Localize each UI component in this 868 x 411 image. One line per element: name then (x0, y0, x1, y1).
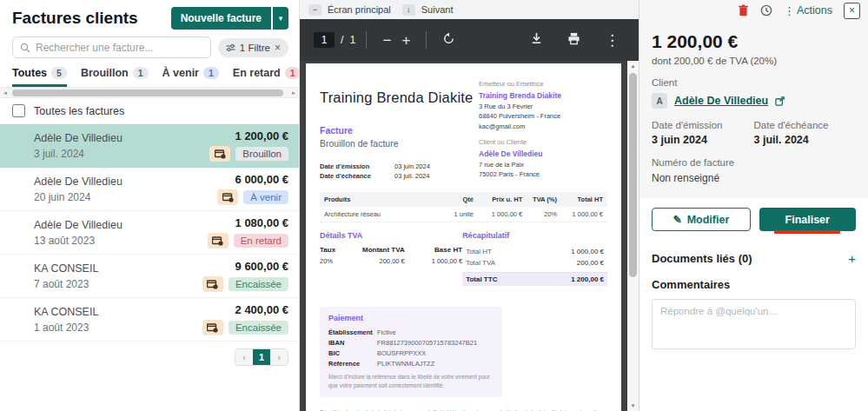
invoice-amount: 6 000,00 € (235, 173, 288, 186)
search-box[interactable] (12, 36, 211, 58)
doc-products-table: Produits Qté Prix u. HT TVA (%) Total HT… (320, 192, 607, 222)
tab-count-badge: 1 (133, 67, 149, 79)
invoice-amount: 2 400,00 € (235, 303, 288, 316)
pdf-preview-panel: − Écran principal ↓ Suivant / 1 − + ⋮ (300, 0, 639, 411)
pdf-vertical-scrollbar[interactable]: ▴ ▾ (627, 61, 639, 411)
doc-company-title: Training Brenda Diakite (320, 89, 473, 106)
invoice-number-label: Numéro de facture (652, 157, 856, 168)
invoice-date: 20 juin 2024 (34, 191, 123, 203)
client-link[interactable]: Adèle De Villedieu (674, 95, 768, 107)
minus-key-chip: − (308, 4, 321, 16)
doc-issue-label: Date d'émission (320, 162, 372, 170)
scroll-left-icon[interactable]: ◂ (0, 88, 10, 98)
invoice-date: 3 juil. 2024 (34, 148, 123, 160)
pagination-prev-button[interactable]: ‹ (235, 349, 253, 365)
invoice-list-item[interactable]: KA CONSEIL 1 août 2023 2 400,00 € Encais… (0, 298, 299, 341)
comment-input[interactable] (652, 299, 856, 349)
scroll-down-icon[interactable]: ▾ (627, 401, 639, 411)
payment-title: Paiement (328, 314, 494, 322)
doc-footer: Pénalités de retard : trois fois le taux… (320, 408, 607, 411)
page-number-input[interactable] (314, 32, 335, 48)
doc-emitter-address2: 68840 Pulversheim - France (479, 111, 607, 121)
scroll-right-icon[interactable]: ▸ (288, 88, 299, 98)
invoice-list-item[interactable]: Adèle De Villedieu 3 juil. 2024 1 200,00… (0, 124, 299, 168)
page-title: Factures clients (12, 9, 138, 28)
invoice-document-page: Training Brenda Diakite Facture Brouillo… (306, 63, 621, 411)
invoice-date: 1 août 2023 (34, 322, 98, 334)
invoice-list-item[interactable]: Adèle De Villedieu 20 juin 2024 6 000,00… (0, 168, 299, 211)
invoice-total-amount: 1 200,00 € (652, 31, 856, 52)
tab-label: À venir (162, 67, 199, 79)
external-link-icon[interactable] (775, 96, 785, 106)
close-icon[interactable]: × (844, 3, 860, 19)
zoom-in-button[interactable]: + (396, 31, 415, 50)
doc-product-row: Architecture réseau 1 unité 1 000,00 € 2… (320, 207, 607, 222)
scrollbar-track[interactable] (10, 89, 288, 97)
scrollbar-track[interactable] (627, 71, 639, 401)
tab-en-retard[interactable]: En retard 1 (233, 67, 301, 87)
invoice-list-item[interactable]: KA CONSEIL 7 août 2023 9 600,00 € Encais… (0, 255, 299, 298)
invoice-list-item[interactable]: Adèle De Villedieu 13 août 2023 1 080,00… (0, 211, 299, 255)
tab-brouillon[interactable]: Brouillon 1 (81, 67, 149, 87)
zoom-out-button[interactable]: − (377, 31, 396, 50)
download-icon[interactable] (525, 30, 548, 50)
print-icon[interactable] (562, 30, 586, 50)
issue-date-label: Date d'émission (652, 120, 754, 130)
add-document-icon[interactable]: + (848, 251, 856, 266)
search-input[interactable] (36, 42, 203, 54)
more-options-icon[interactable]: ⋮ (600, 31, 625, 50)
new-invoice-button[interactable]: Nouvelle facture (171, 7, 271, 30)
hint-next: Suivant (421, 4, 454, 15)
status-badge: Encaissée (229, 321, 288, 335)
actions-button[interactable]: ⋮ Actions (784, 4, 832, 17)
app: Factures clients Nouvelle facture ▾ 1 Fi… (0, 0, 868, 411)
chevron-down-icon: ▾ (279, 14, 283, 23)
doc-vat-details: Détails TVA Taux20% Montant TVA200,00 € … (320, 231, 462, 286)
tab-count-badge: 1 (203, 67, 219, 79)
scrollbar-thumb[interactable] (629, 73, 637, 277)
pagination: ‹ 1 › (0, 341, 299, 373)
doc-type-heading: Facture (320, 125, 473, 136)
invoice-doc-icon (202, 276, 223, 292)
doc-client-address1: 7 rue de la Paix (479, 160, 607, 169)
history-clock-icon[interactable] (760, 4, 772, 17)
invoice-date: 7 août 2023 (34, 278, 98, 290)
status-tabs: Toutes 5 Brouillon 1 À venir 1 En retard… (0, 63, 299, 88)
doc-issue-value: 03 juin 2024 (394, 162, 430, 170)
vat-details-title: Détails TVA (320, 231, 462, 240)
linked-documents-section: Documents liés (0) + (639, 241, 868, 269)
doc-client-address2: 75002 Paris - France (479, 169, 607, 179)
doc-emitter-label: Emetteur ou Emettrice (479, 79, 607, 89)
pagination-next-button[interactable]: › (270, 349, 288, 365)
tab-toutes[interactable]: Toutes 5 (12, 67, 67, 87)
doc-due-label: Date d'échéance (320, 172, 372, 180)
finalize-button[interactable]: Finaliser (759, 208, 857, 231)
filter-chip[interactable]: 1 Filtre × (218, 38, 288, 57)
list-header: Factures clients Nouvelle facture ▾ (0, 0, 299, 35)
keyboard-hint-bar: − Écran principal ↓ Suivant (300, 0, 639, 19)
invoice-amount: 9 600,00 € (235, 260, 288, 273)
doc-summary: Récapitulatif Total HT1 000,00 € Total T… (462, 231, 607, 286)
due-date-value: 3 juil. 2024 (754, 134, 857, 146)
new-invoice-dropdown-button[interactable]: ▾ (273, 7, 288, 30)
finalize-button-label: Finaliser (785, 214, 830, 226)
toolbar-divider (366, 31, 367, 49)
status-badge: En retard (234, 234, 288, 248)
filter-clear-icon[interactable]: × (275, 42, 281, 54)
select-all-checkbox[interactable] (12, 104, 25, 117)
invoice-amount: 1 200,00 € (235, 129, 288, 143)
doc-subtitle: Brouillon de facture (320, 138, 473, 149)
pagination-page-1[interactable]: 1 (253, 349, 270, 365)
edit-button[interactable]: ✎ Modifier (652, 208, 751, 231)
filter-icon (226, 43, 235, 52)
scroll-up-icon[interactable]: ▴ (627, 61, 639, 71)
tabs-horizontal-scrollbar[interactable]: ◂ ▸ (0, 88, 299, 98)
client-label: Client (652, 77, 856, 88)
detail-topbar: ⋮ Actions × (639, 0, 868, 21)
scrollbar-thumb[interactable] (12, 89, 283, 96)
rotate-icon[interactable] (437, 30, 461, 50)
delete-icon[interactable] (738, 4, 749, 17)
invoice-summary-card: 1 200,00 € dont 200,00 € de TVA (20%) Cl… (639, 21, 868, 198)
tab-a-venir[interactable]: À venir 1 (162, 67, 219, 87)
tab-label: Toutes (12, 67, 47, 79)
